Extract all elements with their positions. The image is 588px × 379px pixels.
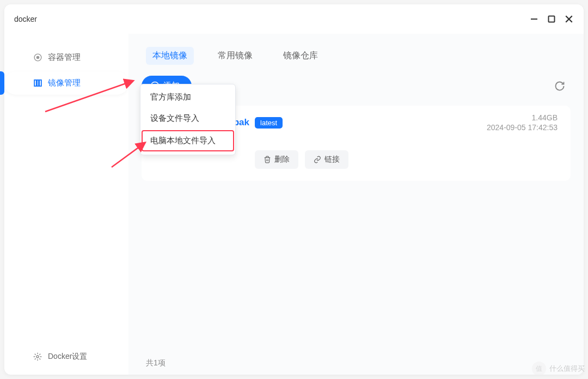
svg-rect-1	[549, 16, 555, 22]
svg-rect-6	[34, 80, 36, 86]
image-tag: latest	[255, 117, 283, 129]
card-meta: 1.44GB 2024-09-05 17:42:53	[487, 113, 558, 132]
watermark-icon: 值	[532, 362, 546, 376]
watermark: 值 什么值得买	[532, 362, 585, 376]
trash-icon	[264, 156, 271, 163]
titlebar: docker	[4, 4, 584, 34]
footer: 共1项	[142, 358, 571, 375]
svg-rect-8	[39, 80, 41, 86]
sidebar: 容器管理 镜像管理 Docker设置	[4, 34, 128, 375]
dropdown-item-official[interactable]: 官方库添加	[140, 87, 235, 108]
delete-label: 删除	[274, 155, 290, 164]
image-datetime: 2024-09-05 17:42:53	[487, 123, 558, 132]
app-window: docker 容器管理	[4, 4, 584, 375]
minimize-button[interactable]	[529, 14, 539, 24]
window-title: docker	[14, 15, 37, 23]
settings-label: Docker设置	[48, 352, 87, 362]
sidebar-item-images[interactable]: 镜像管理	[4, 71, 128, 95]
close-button[interactable]	[564, 14, 574, 24]
svg-point-9	[36, 356, 39, 358]
gear-icon	[33, 352, 42, 362]
docker-settings-link[interactable]: Docker设置	[33, 352, 119, 362]
minimize-icon	[530, 15, 538, 23]
sidebar-bottom: Docker设置	[4, 352, 128, 375]
tab-local-images[interactable]: 本地镜像	[146, 47, 194, 65]
add-dropdown-menu: 官方库添加 设备文件导入 电脑本地文件导入	[140, 84, 236, 155]
body: 容器管理 镜像管理 Docker设置	[4, 34, 584, 375]
container-icon	[33, 53, 42, 63]
tab-image-repo[interactable]: 镜像仓库	[277, 47, 324, 65]
svg-point-5	[36, 56, 39, 58]
svg-rect-7	[37, 80, 39, 86]
sidebar-item-label: 容器管理	[48, 52, 81, 63]
sidebar-item-containers[interactable]: 容器管理	[4, 46, 128, 69]
sidebar-items: 容器管理 镜像管理	[4, 44, 128, 352]
dropdown-item-device-file[interactable]: 设备文件导入	[140, 108, 235, 129]
refresh-button[interactable]	[553, 80, 566, 93]
item-count: 共1项	[146, 358, 166, 367]
sidebar-item-label: 镜像管理	[48, 78, 81, 88]
watermark-text: 什么值得买	[549, 364, 585, 374]
tab-common-images[interactable]: 常用镜像	[211, 47, 259, 65]
maximize-icon	[548, 15, 555, 23]
delete-button[interactable]: 删除	[255, 150, 298, 169]
image-icon	[33, 78, 42, 88]
close-icon	[565, 15, 573, 23]
image-size: 1.44GB	[532, 113, 558, 122]
tabs: 本地镜像 常用镜像 镜像仓库	[142, 34, 571, 69]
refresh-icon	[554, 81, 565, 91]
maximize-button[interactable]	[547, 14, 556, 24]
dropdown-item-local-file[interactable]: 电脑本地文件导入	[142, 130, 234, 151]
link-button[interactable]: 链接	[305, 150, 348, 169]
link-icon	[314, 156, 321, 163]
window-controls	[529, 14, 574, 24]
link-label: 链接	[324, 155, 340, 164]
